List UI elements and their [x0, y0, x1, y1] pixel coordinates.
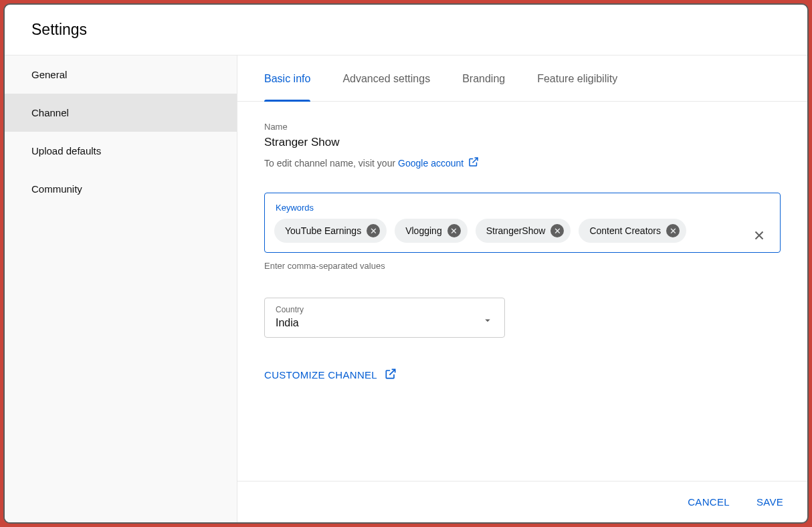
- keyword-chip-label: YouTube Earnings: [285, 225, 361, 236]
- tab-basic-info[interactable]: Basic info: [264, 56, 310, 101]
- remove-chip-icon[interactable]: ✕: [666, 224, 680, 237]
- remove-chip-icon[interactable]: ✕: [550, 224, 564, 237]
- keywords-field[interactable]: Keywords YouTube Earnings ✕ Vlogging ✕ S…: [264, 193, 781, 253]
- country-select[interactable]: Country India: [264, 298, 505, 338]
- sidebar: General Channel Upload defaults Communit…: [5, 56, 237, 522]
- keyword-chip: YouTube Earnings ✕: [274, 219, 387, 243]
- keywords-label: Keywords: [276, 203, 314, 213]
- dialog-footer: CANCEL SAVE: [237, 481, 807, 522]
- google-account-link[interactable]: Google account: [398, 156, 480, 170]
- cancel-button[interactable]: CANCEL: [682, 492, 735, 512]
- dialog-title: Settings: [31, 21, 791, 39]
- tab-content: Name Stranger Show To edit channel name,…: [237, 102, 807, 481]
- name-label: Name: [264, 122, 781, 132]
- chevron-down-icon: [482, 314, 494, 329]
- keyword-chip-label: Vlogging: [405, 225, 442, 236]
- tab-branding[interactable]: Branding: [462, 56, 505, 101]
- edit-name-help: To edit channel name, visit your Google …: [264, 156, 480, 170]
- sidebar-item-general[interactable]: General: [5, 56, 237, 94]
- sidebar-item-community[interactable]: Community: [5, 170, 237, 208]
- keyword-chip: Content Creators ✕: [579, 219, 686, 243]
- settings-dialog: Settings General Channel Upload defaults…: [3, 3, 809, 524]
- open-external-icon: [468, 156, 480, 170]
- tab-feature-eligibility[interactable]: Feature eligibility: [537, 56, 617, 101]
- edit-help-prefix: To edit channel name, visit your: [264, 158, 395, 169]
- google-account-link-text: Google account: [398, 158, 464, 169]
- keyword-chip: Vlogging ✕: [395, 219, 468, 243]
- customize-channel-label: CUSTOMIZE CHANNEL: [264, 369, 377, 381]
- sidebar-item-upload-defaults[interactable]: Upload defaults: [5, 132, 237, 170]
- sidebar-item-channel[interactable]: Channel: [5, 94, 237, 132]
- clear-keywords-icon[interactable]: [752, 228, 767, 245]
- dialog-header: Settings: [5, 5, 807, 56]
- keywords-chips: YouTube Earnings ✕ Vlogging ✕ StrangerSh…: [274, 219, 744, 243]
- keyword-chip-label: StrangerShow: [486, 225, 546, 236]
- main-panel: Basic info Advanced settings Branding Fe…: [237, 56, 807, 522]
- tab-advanced-settings[interactable]: Advanced settings: [342, 56, 430, 101]
- customize-channel-link[interactable]: CUSTOMIZE CHANNEL: [264, 367, 397, 383]
- country-value: India: [276, 317, 304, 329]
- remove-chip-icon[interactable]: ✕: [367, 224, 380, 237]
- keyword-chip: StrangerShow ✕: [476, 219, 571, 243]
- remove-chip-icon[interactable]: ✕: [447, 224, 461, 237]
- save-button[interactable]: SAVE: [751, 492, 789, 512]
- country-label: Country: [276, 305, 304, 314]
- keyword-chip-label: Content Creators: [589, 225, 661, 236]
- dialog-body: General Channel Upload defaults Communit…: [5, 56, 807, 522]
- open-external-icon: [384, 367, 397, 383]
- keywords-hint: Enter comma-separated values: [264, 261, 781, 271]
- channel-name: Stranger Show: [264, 136, 781, 149]
- tabs: Basic info Advanced settings Branding Fe…: [237, 56, 807, 102]
